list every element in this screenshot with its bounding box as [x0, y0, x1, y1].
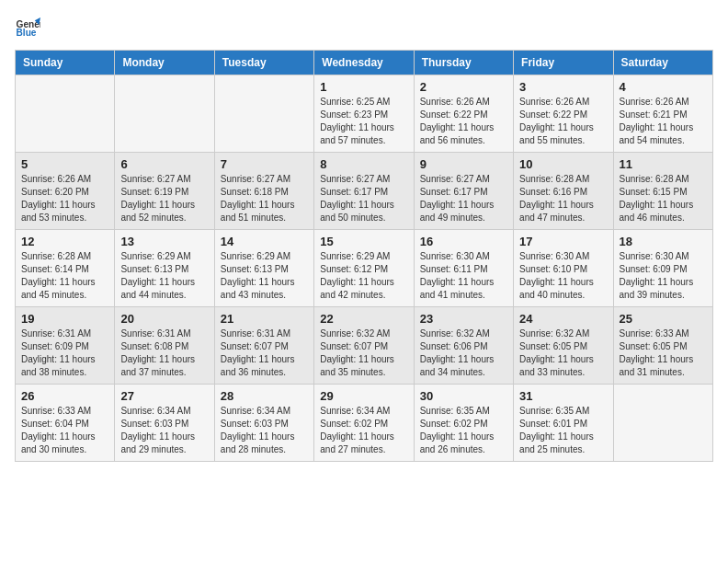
week-row-2: 5Sunrise: 6:26 AMSunset: 6:20 PMDaylight…: [16, 153, 713, 230]
day-info: Sunrise: 6:27 AMSunset: 6:17 PMDaylight:…: [320, 173, 407, 224]
day-cell: 16Sunrise: 6:30 AMSunset: 6:11 PMDayligh…: [414, 230, 513, 307]
day-number: 11: [620, 157, 707, 171]
day-cell: 26Sunrise: 6:33 AMSunset: 6:04 PMDayligh…: [16, 385, 115, 462]
week-row-1: 1Sunrise: 6:25 AMSunset: 6:23 PMDaylight…: [16, 75, 713, 153]
day-number: 27: [120, 389, 208, 403]
day-number: 10: [519, 157, 607, 171]
week-row-5: 26Sunrise: 6:33 AMSunset: 6:04 PMDayligh…: [16, 385, 713, 462]
header-saturday: Saturday: [613, 51, 712, 75]
day-number: 13: [120, 235, 208, 248]
week-row-3: 12Sunrise: 6:28 AMSunset: 6:14 PMDayligh…: [16, 230, 713, 307]
day-number: 28: [221, 389, 308, 403]
day-number: 14: [221, 235, 308, 248]
day-info: Sunrise: 6:34 AMSunset: 6:02 PMDaylight:…: [320, 405, 407, 456]
day-cell: 23Sunrise: 6:32 AMSunset: 6:06 PMDayligh…: [414, 307, 513, 385]
day-number: 7: [221, 157, 308, 171]
day-cell: 7Sunrise: 6:27 AMSunset: 6:18 PMDaylight…: [214, 153, 313, 230]
header-row: SundayMondayTuesdayWednesdayThursdayFrid…: [16, 51, 713, 75]
day-cell: 13Sunrise: 6:29 AMSunset: 6:13 PMDayligh…: [115, 230, 214, 307]
day-number: 29: [320, 389, 407, 403]
day-number: 18: [620, 235, 707, 248]
day-number: 8: [320, 157, 407, 171]
calendar-body: 1Sunrise: 6:25 AMSunset: 6:23 PMDaylight…: [16, 75, 713, 462]
day-number: 23: [420, 312, 507, 326]
day-info: Sunrise: 6:30 AMSunset: 6:10 PMDaylight:…: [519, 250, 607, 302]
header-sunday: Sunday: [16, 51, 115, 75]
header-wednesday: Wednesday: [314, 51, 414, 75]
day-cell: 3Sunrise: 6:26 AMSunset: 6:22 PMDaylight…: [514, 75, 613, 153]
day-cell: 22Sunrise: 6:32 AMSunset: 6:07 PMDayligh…: [314, 307, 414, 385]
day-info: Sunrise: 6:28 AMSunset: 6:14 PMDaylight:…: [21, 250, 108, 302]
day-number: 31: [519, 389, 607, 403]
day-cell: 14Sunrise: 6:29 AMSunset: 6:13 PMDayligh…: [214, 230, 313, 307]
day-number: 3: [519, 80, 607, 94]
day-number: 30: [420, 389, 507, 403]
day-info: Sunrise: 6:32 AMSunset: 6:07 PMDaylight:…: [320, 327, 407, 379]
day-info: Sunrise: 6:26 AMSunset: 6:20 PMDaylight:…: [21, 173, 108, 224]
day-number: 17: [519, 235, 607, 248]
day-cell: [613, 385, 712, 462]
day-cell: 27Sunrise: 6:34 AMSunset: 6:03 PMDayligh…: [115, 385, 214, 462]
day-info: Sunrise: 6:31 AMSunset: 6:07 PMDaylight:…: [221, 327, 308, 379]
day-info: Sunrise: 6:28 AMSunset: 6:15 PMDaylight:…: [620, 173, 707, 224]
day-info: Sunrise: 6:30 AMSunset: 6:11 PMDaylight:…: [420, 250, 507, 302]
day-number: 25: [620, 312, 707, 326]
day-cell: [115, 75, 214, 153]
day-number: 12: [21, 235, 108, 248]
day-info: Sunrise: 6:29 AMSunset: 6:13 PMDaylight:…: [120, 250, 208, 302]
day-info: Sunrise: 6:34 AMSunset: 6:03 PMDaylight:…: [120, 405, 208, 456]
day-cell: 20Sunrise: 6:31 AMSunset: 6:08 PMDayligh…: [115, 307, 214, 385]
day-info: Sunrise: 6:25 AMSunset: 6:23 PMDaylight:…: [320, 96, 407, 147]
day-info: Sunrise: 6:33 AMSunset: 6:05 PMDaylight:…: [620, 327, 707, 379]
calendar-header: SundayMondayTuesdayWednesdayThursdayFrid…: [16, 51, 713, 75]
day-info: Sunrise: 6:34 AMSunset: 6:03 PMDaylight:…: [221, 405, 308, 456]
header-thursday: Thursday: [414, 51, 513, 75]
day-number: 2: [420, 80, 507, 94]
day-cell: 18Sunrise: 6:30 AMSunset: 6:09 PMDayligh…: [613, 230, 712, 307]
calendar-table: SundayMondayTuesdayWednesdayThursdayFrid…: [15, 50, 713, 462]
page-header: General Blue: [15, 15, 713, 40]
day-number: 26: [21, 389, 108, 403]
day-info: Sunrise: 6:26 AMSunset: 6:22 PMDaylight:…: [420, 96, 507, 147]
day-cell: 28Sunrise: 6:34 AMSunset: 6:03 PMDayligh…: [214, 385, 313, 462]
day-info: Sunrise: 6:29 AMSunset: 6:12 PMDaylight:…: [320, 250, 407, 302]
day-cell: 4Sunrise: 6:26 AMSunset: 6:21 PMDaylight…: [613, 75, 712, 153]
day-info: Sunrise: 6:31 AMSunset: 6:09 PMDaylight:…: [21, 327, 108, 379]
day-cell: 5Sunrise: 6:26 AMSunset: 6:20 PMDaylight…: [16, 153, 115, 230]
day-cell: [16, 75, 115, 153]
day-number: 24: [519, 312, 607, 326]
day-cell: 12Sunrise: 6:28 AMSunset: 6:14 PMDayligh…: [16, 230, 115, 307]
day-info: Sunrise: 6:30 AMSunset: 6:09 PMDaylight:…: [620, 250, 707, 302]
day-info: Sunrise: 6:26 AMSunset: 6:21 PMDaylight:…: [620, 96, 707, 147]
logo: General Blue: [15, 15, 44, 40]
day-info: Sunrise: 6:31 AMSunset: 6:08 PMDaylight:…: [120, 327, 208, 379]
day-info: Sunrise: 6:27 AMSunset: 6:19 PMDaylight:…: [120, 173, 208, 224]
day-cell: 25Sunrise: 6:33 AMSunset: 6:05 PMDayligh…: [613, 307, 712, 385]
svg-text:Blue: Blue: [17, 28, 37, 38]
day-number: 21: [221, 312, 308, 326]
day-info: Sunrise: 6:35 AMSunset: 6:01 PMDaylight:…: [519, 405, 607, 456]
day-number: 19: [21, 312, 108, 326]
day-info: Sunrise: 6:32 AMSunset: 6:06 PMDaylight:…: [420, 327, 507, 379]
day-number: 20: [120, 312, 208, 326]
day-cell: 1Sunrise: 6:25 AMSunset: 6:23 PMDaylight…: [314, 75, 414, 153]
logo-icon: General Blue: [15, 15, 40, 40]
day-cell: 8Sunrise: 6:27 AMSunset: 6:17 PMDaylight…: [314, 153, 414, 230]
day-cell: 31Sunrise: 6:35 AMSunset: 6:01 PMDayligh…: [514, 385, 613, 462]
day-number: 9: [420, 157, 507, 171]
header-monday: Monday: [115, 51, 214, 75]
day-cell: 9Sunrise: 6:27 AMSunset: 6:17 PMDaylight…: [414, 153, 513, 230]
day-cell: 6Sunrise: 6:27 AMSunset: 6:19 PMDaylight…: [115, 153, 214, 230]
week-row-4: 19Sunrise: 6:31 AMSunset: 6:09 PMDayligh…: [16, 307, 713, 385]
day-cell: 15Sunrise: 6:29 AMSunset: 6:12 PMDayligh…: [314, 230, 414, 307]
header-tuesday: Tuesday: [214, 51, 313, 75]
day-info: Sunrise: 6:29 AMSunset: 6:13 PMDaylight:…: [221, 250, 308, 302]
day-cell: 30Sunrise: 6:35 AMSunset: 6:02 PMDayligh…: [414, 385, 513, 462]
day-cell: 10Sunrise: 6:28 AMSunset: 6:16 PMDayligh…: [514, 153, 613, 230]
day-info: Sunrise: 6:33 AMSunset: 6:04 PMDaylight:…: [21, 405, 108, 456]
day-number: 22: [320, 312, 407, 326]
day-cell: 21Sunrise: 6:31 AMSunset: 6:07 PMDayligh…: [214, 307, 313, 385]
day-number: 16: [420, 235, 507, 248]
day-number: 5: [21, 157, 108, 171]
day-info: Sunrise: 6:32 AMSunset: 6:05 PMDaylight:…: [519, 327, 607, 379]
